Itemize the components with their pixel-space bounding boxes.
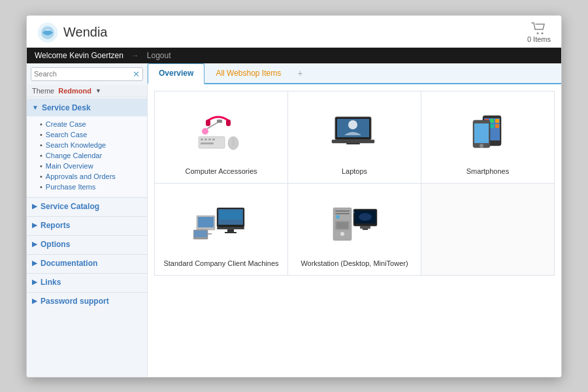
product-label-laptops: Laptops — [342, 167, 367, 175]
sidebar-item-search-case[interactable]: • Search Case — [40, 129, 139, 140]
section-label-links: Links — [41, 278, 61, 287]
svg-rect-7 — [208, 139, 211, 140]
main-layout: ✕ Theme Redmond ▼ ▼ Service Desk • Creat… — [27, 63, 561, 377]
section-arrow-icon: ▶ — [32, 278, 37, 286]
svg-rect-42 — [225, 232, 237, 233]
tab-all-webshop-items[interactable]: All Webshop Items — [204, 63, 292, 84]
section-label-password-support: Password support — [41, 297, 109, 306]
sidebar-section-header-links[interactable]: ▶ Links — [27, 273, 147, 291]
cart-count: 0 Items — [527, 35, 551, 43]
product-cell-standard-company[interactable]: Standard Company Client Machines — [155, 184, 287, 275]
svg-rect-13 — [226, 120, 231, 126]
sidebar-section-header-service-desk[interactable]: ▼ Service Desk — [27, 99, 147, 116]
sidebar-item-label: Search Case — [46, 131, 88, 139]
svg-rect-16 — [217, 120, 222, 123]
section-arrow-icon: ▶ — [32, 240, 37, 248]
product-image-workstation — [330, 194, 379, 254]
logout-button[interactable]: Logout — [147, 51, 171, 60]
sidebar-item-main-overview[interactable]: • Main Overview — [40, 161, 139, 171]
sidebar-item-label: Change Calendar — [46, 152, 102, 159]
sidebar-item-label: Purchase Items — [46, 183, 95, 191]
svg-rect-5 — [201, 139, 203, 140]
svg-rect-50 — [336, 222, 348, 229]
product-image-computer-accessories — [195, 102, 248, 162]
product-label-standard-company: Standard Company Client Machines — [163, 259, 278, 267]
laptops-icon — [330, 110, 379, 153]
computer-accessories-icon — [195, 110, 248, 153]
bullet-icon: • — [40, 162, 42, 170]
theme-label: Theme — [32, 87, 54, 95]
sidebar-items-service-desk: • Create Case • Search Case • Search Kno… — [27, 116, 147, 196]
product-cell-smartphones[interactable]: Smartphones — [421, 91, 554, 183]
standard-company-icon — [193, 203, 249, 245]
sidebar-item-label: Search Knowledge — [46, 141, 106, 149]
svg-point-19 — [348, 120, 357, 129]
tabs-bar: Overview All Webshop Items + — [148, 63, 561, 84]
product-label-workstation: Workstation (Desktop, MiniTower) — [301, 259, 408, 267]
product-cell-laptops[interactable]: Laptops — [288, 91, 421, 183]
product-image-smartphones — [463, 102, 512, 162]
sidebar-section-header-password-support[interactable]: ▶ Password support — [27, 292, 147, 310]
svg-rect-29 — [495, 124, 499, 128]
svg-point-54 — [359, 213, 372, 221]
content-area: Overview All Webshop Items + — [148, 63, 561, 377]
sidebar-section-links: ▶ Links — [27, 273, 147, 291]
bullet-icon: • — [40, 172, 42, 180]
svg-rect-41 — [227, 229, 234, 232]
sidebar-section-header-service-catalog[interactable]: ▶ Service Catalog — [27, 197, 147, 215]
sidebar-item-change-calendar[interactable]: • Change Calendar — [40, 150, 139, 161]
product-grid: Computer Accessories — [154, 91, 555, 276]
product-image-standard-company — [193, 194, 249, 254]
svg-rect-34 — [198, 217, 214, 227]
theme-dropdown-icon[interactable]: ▼ — [95, 88, 101, 94]
bullet-icon: • — [40, 183, 42, 191]
nav-separator: → — [131, 51, 139, 60]
sidebar-item-create-case[interactable]: • Create Case — [40, 119, 139, 129]
sidebar-item-search-knowledge[interactable]: • Search Knowledge — [40, 140, 139, 150]
cart-area[interactable]: 0 Items — [527, 22, 551, 43]
sidebar-section-header-documentation[interactable]: ▶ Documentation — [27, 254, 147, 272]
svg-rect-12 — [206, 120, 210, 126]
svg-rect-31 — [474, 123, 489, 143]
section-label-service-catalog: Service Catalog — [41, 202, 99, 211]
app-logo-text: Wendia — [63, 25, 107, 40]
section-arrow-icon: ▼ — [32, 104, 39, 111]
sidebar-section-documentation: ▶ Documentation — [27, 254, 147, 272]
svg-rect-9 — [201, 142, 214, 144]
svg-rect-28 — [490, 124, 494, 128]
search-input[interactable] — [34, 70, 133, 78]
welcome-text: Welcome Kevin Goertzen — [35, 51, 123, 60]
section-label-options: Options — [41, 240, 70, 249]
svg-rect-39 — [220, 210, 242, 220]
product-cell-computer-accessories[interactable]: Computer Accessories — [155, 91, 287, 183]
sidebar-section-password-support: ▶ Password support — [27, 292, 147, 310]
svg-rect-46 — [335, 210, 350, 212]
bullet-icon: • — [40, 152, 42, 159]
sidebar-section-options: ▶ Options — [27, 235, 147, 253]
product-label-smartphones: Smartphones — [466, 167, 509, 175]
bullet-icon: • — [40, 131, 42, 139]
sidebar-section-header-reports[interactable]: ▶ Reports — [27, 216, 147, 234]
svg-rect-20 — [332, 140, 374, 143]
sidebar-item-label: Create Case — [46, 120, 86, 128]
svg-point-32 — [480, 144, 483, 148]
svg-rect-47 — [335, 213, 350, 214]
svg-point-2 — [536, 32, 538, 34]
theme-value: Redmond — [58, 87, 91, 95]
section-label-reports: Reports — [41, 221, 70, 230]
tab-add-button[interactable]: + — [292, 63, 308, 83]
tab-overview[interactable]: Overview — [148, 63, 204, 84]
svg-rect-40 — [217, 227, 244, 229]
product-cell-workstation[interactable]: Workstation (Desktop, MiniTower) — [288, 184, 421, 275]
sidebar-section-header-options[interactable]: ▶ Options — [27, 235, 147, 253]
search-bar[interactable]: ✕ — [31, 67, 143, 81]
svg-rect-21 — [346, 143, 360, 144]
section-arrow-icon: ▶ — [32, 221, 37, 229]
svg-point-51 — [340, 232, 344, 236]
sidebar-item-approvals-orders[interactable]: • Approvals and Orders — [40, 171, 139, 182]
sidebar-section-reports: ▶ Reports — [27, 216, 147, 234]
workstation-icon — [330, 203, 379, 245]
svg-point-48 — [336, 215, 340, 219]
search-clear-icon[interactable]: ✕ — [133, 69, 140, 79]
sidebar-item-purchase-items[interactable]: • Purchase Items — [40, 182, 139, 192]
